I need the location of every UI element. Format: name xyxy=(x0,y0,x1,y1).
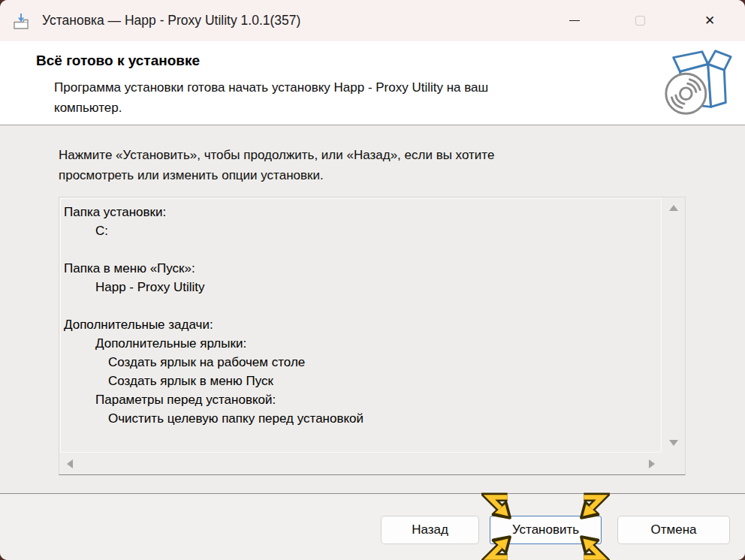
setup-app-icon xyxy=(11,11,31,31)
install-summary-box[interactable]: Папка установки:C: Папка в меню «Пуск»:H… xyxy=(59,197,686,475)
maximize-button[interactable] xyxy=(623,0,657,41)
memo-line: Папка установки: xyxy=(61,203,661,221)
scroll-down-icon[interactable] xyxy=(669,440,678,446)
maximize-icon xyxy=(635,16,645,26)
horizontal-scrollbar[interactable] xyxy=(60,453,662,474)
wizard-footer: Назад Установить xyxy=(0,493,745,560)
memo-line xyxy=(61,297,661,315)
scroll-up-icon[interactable] xyxy=(669,205,678,211)
title-bar: Установка — Happ - Proxy Utility 1.0.1(3… xyxy=(0,0,745,41)
close-icon: ✕ xyxy=(704,14,715,27)
memo-line: Параметры перед установкой: xyxy=(61,390,661,409)
memo-line xyxy=(61,240,661,259)
memo-line: Создать ярлык на рабочем столе xyxy=(61,353,661,372)
memo-line: Создать ярлык в меню Пуск xyxy=(61,372,661,390)
vertical-scrollbar[interactable] xyxy=(662,198,684,453)
minimize-icon xyxy=(569,20,580,21)
wizard-body: Нажмите «Установить», чтобы продолжить, … xyxy=(0,125,745,493)
page-subtitle: Программа установки готова начать устано… xyxy=(54,77,655,118)
page-title: Всё готово к установке xyxy=(36,53,200,69)
memo-line: Папка в меню «Пуск»: xyxy=(61,259,661,278)
memo-line: C: xyxy=(61,221,661,240)
window-title: Установка — Happ - Proxy Utility 1.0.1(3… xyxy=(42,13,300,29)
minimize-button[interactable] xyxy=(557,0,592,41)
cancel-button[interactable]: Отмена xyxy=(617,516,730,544)
memo-lines: Папка установки:C: Папка в меню «Пуск»:H… xyxy=(60,198,662,453)
open-box-disc-icon xyxy=(659,45,736,122)
install-button-wrap: Установить xyxy=(490,516,602,544)
install-button[interactable]: Установить xyxy=(490,516,602,544)
wizard-header: Всё готово к установке Программа установ… xyxy=(0,41,745,125)
memo-line: Очистить целевую папку перед установкой xyxy=(61,409,661,428)
back-button[interactable]: Назад xyxy=(381,516,479,544)
close-button[interactable]: ✕ xyxy=(692,0,727,41)
scroll-left-icon[interactable] xyxy=(67,459,73,468)
instruction-text: Нажмите «Установить», чтобы продолжить, … xyxy=(59,145,659,185)
memo-line: Happ - Proxy Utility xyxy=(61,278,661,297)
installer-window: Установка — Happ - Proxy Utility 1.0.1(3… xyxy=(0,0,745,560)
memo-line: Дополнительные ярлыки: xyxy=(61,334,661,353)
memo-line: Дополнительные задачи: xyxy=(61,315,661,334)
scroll-right-icon[interactable] xyxy=(649,459,655,468)
